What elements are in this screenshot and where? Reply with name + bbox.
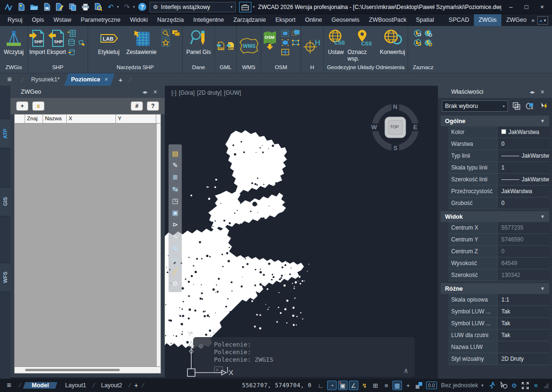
styl-wizualny-value[interactable]: 2D Druty — [498, 353, 549, 365]
save-as-button[interactable] — [55, 2, 64, 12]
layout1-tab[interactable]: Layout1 — [60, 382, 92, 389]
view-cube[interactable]: N S W E TOP — [369, 101, 421, 153]
select-by-value-icon-2[interactable] — [423, 29, 433, 37]
close-tab-icon[interactable]: × — [105, 73, 108, 86]
section-widok[interactable]: Widok ▼ — [441, 211, 549, 222]
view-control[interactable]: [Góra] — [179, 89, 195, 96]
side-tab-gis[interactable]: GIS — [0, 187, 10, 216]
side-tab-wfs[interactable]: WFS — [0, 263, 10, 292]
etykietuj-button[interactable]: LAB Etykietuj — [96, 28, 122, 55]
settings-tool-icon[interactable]: ⚙ — [169, 277, 182, 289]
workspace-selector[interactable]: ⚙ Interfejs wstążkowy ▾ — [150, 2, 236, 12]
help-button[interactable]: ? — [138, 3, 146, 11]
edit-geometry-tool-icon[interactable]: ✎ — [169, 159, 182, 171]
polyline-tool-icon[interactable]: ∿ — [169, 230, 182, 242]
compass-top-face[interactable]: TOP — [390, 125, 399, 129]
oznacz-wsp-button[interactable]: CSS Oznacz wsp. — [347, 28, 378, 62]
annotation-scale-icon[interactable] — [414, 381, 424, 390]
redo-button[interactable]: ↷ — [122, 2, 132, 12]
compass-w[interactable]: W — [371, 124, 377, 131]
zoom-selection-icon[interactable] — [161, 29, 170, 37]
osm-window-grid-icon[interactable] — [281, 48, 290, 56]
pickadd-toggle-icon[interactable] — [525, 101, 534, 111]
symbol-luw-1-value[interactable]: Tak — [498, 306, 549, 317]
database-export-icon[interactable] — [67, 48, 76, 56]
ortho-icon[interactable]: ∟ — [316, 381, 326, 390]
symbol-luw-2-value[interactable]: Tak — [498, 318, 549, 329]
selection-dropdown[interactable]: Brak wyboru ▾ — [442, 100, 508, 112]
quick-select-icon[interactable] — [511, 101, 521, 111]
skala-opisowa-value[interactable]: 1:1 — [498, 294, 549, 305]
close-panel-icon[interactable]: × — [151, 88, 160, 96]
skala-typu-linii-value[interactable]: 1 — [498, 162, 549, 173]
save-button[interactable] — [42, 2, 52, 12]
coordinates-display[interactable]: 5562707, 5749704, 0 — [242, 382, 312, 389]
minimize-button[interactable]: – — [505, 2, 517, 12]
tab-opis[interactable]: Opis — [27, 14, 49, 26]
dock-icon[interactable]: ◂▸ — [140, 89, 151, 95]
polar-tracking-icon[interactable]: ◔ — [327, 381, 337, 390]
model-tab[interactable]: Model — [23, 382, 58, 389]
side-tab-atp[interactable]: ATP — [0, 119, 10, 148]
fullscreen-icon[interactable] — [520, 381, 530, 390]
tab-online[interactable]: Online — [300, 14, 327, 26]
visual-style-control[interactable]: [2D druty] — [197, 89, 222, 96]
open-file-button[interactable] — [29, 2, 39, 12]
collapse-section-icon[interactable]: ▼ — [540, 214, 545, 219]
thickness-icon[interactable]: ≡ — [382, 381, 391, 390]
toolbox-button[interactable] — [239, 2, 251, 12]
panel-gis-button[interactable]: Panel Gis — [186, 28, 211, 55]
add-attribute-table-icon[interactable] — [67, 29, 76, 37]
resize-grip[interactable] — [543, 383, 549, 389]
warstwa-value[interactable]: 0 — [498, 138, 549, 150]
col-x[interactable]: X — [67, 115, 116, 123]
col-znaj[interactable]: Znaj — [25, 115, 43, 123]
osnap-icon[interactable]: ▣ — [338, 381, 347, 390]
tab-zwgeo[interactable]: ZWGeo — [501, 14, 531, 26]
section-ogolne[interactable]: Ogólne ▼ — [441, 116, 549, 126]
print-button[interactable] — [80, 2, 90, 12]
wczytaj-button[interactable]: Wczytaj — [4, 28, 24, 55]
numbered-list-tool-icon[interactable]: ≣ — [169, 171, 182, 183]
delete-point-button[interactable]: x — [32, 101, 45, 111]
compass-n[interactable]: N — [393, 103, 397, 110]
database-icon[interactable] — [67, 38, 76, 47]
select-by-value-icon-1[interactable] — [413, 29, 422, 37]
osm-oval-selection-icon[interactable] — [281, 38, 290, 47]
layout2-tab[interactable]: Layout2 — [96, 382, 128, 389]
new-layout-button[interactable]: + — [132, 382, 141, 389]
precision-badge[interactable]: 0.0 — [426, 382, 437, 389]
display-tool-icon[interactable]: ▣ — [169, 206, 182, 218]
tab-rysuj[interactable]: Rysuj — [3, 14, 27, 26]
ustaw-button[interactable]: CSS Ustaw — [325, 28, 347, 55]
preview-button[interactable] — [93, 2, 103, 12]
konwertuj-button[interactable]: Konwertuj — [379, 28, 406, 55]
typ-linii-value[interactable]: JakWarstw — [498, 150, 549, 161]
select-objects-tool-icon[interactable]: ◳ — [169, 195, 182, 206]
layers-tool-icon[interactable]: ▤ — [169, 147, 182, 159]
undo-button[interactable]: ↶ — [106, 2, 116, 12]
annotation-visibility-icon[interactable]: + — [403, 381, 413, 390]
toolbox-dropdown-icon[interactable]: ▾ — [253, 5, 255, 9]
doc-menu-icon[interactable]: ≡ — [0, 75, 19, 84]
section-rozne[interactable]: Różne ▼ — [441, 283, 549, 294]
scrollbar-thumb[interactable] — [25, 369, 120, 371]
select-objects-icon[interactable] — [538, 101, 548, 111]
database-style-icon[interactable] — [77, 38, 87, 47]
undo-dropdown-icon[interactable]: ▾ — [117, 5, 119, 9]
units-dropdown[interactable]: Bez jednostek ▼ — [439, 382, 486, 389]
eksport-button[interactable]: SHP Eksport — [47, 28, 66, 55]
maximize-button[interactable]: □ — [520, 2, 533, 12]
width-tool-icon[interactable]: ↹ — [169, 183, 182, 195]
tab-parametryczne[interactable]: Parametryczne — [76, 14, 125, 26]
tab-zarzadzanie[interactable]: Zarządzanie — [229, 14, 271, 26]
dynamic-input-icon[interactable]: ↯ — [360, 381, 369, 390]
osm-rect-handles-icon[interactable] — [291, 38, 301, 47]
otrack-icon[interactable]: ∠ — [349, 381, 358, 390]
gml-file-icon[interactable]: GML — [216, 42, 225, 50]
drawing-viewport[interactable]: [-] [Góra] [2D druty] [GUW] N S W E TOP … — [165, 86, 438, 379]
szerokosc-linii-value[interactable]: JakWarstw — [498, 174, 549, 185]
lineweight-icon[interactable]: ⊞ — [371, 381, 380, 390]
select-by-value-icon-3[interactable] — [413, 38, 422, 47]
wms-map-button[interactable]: WMS — [238, 37, 260, 54]
